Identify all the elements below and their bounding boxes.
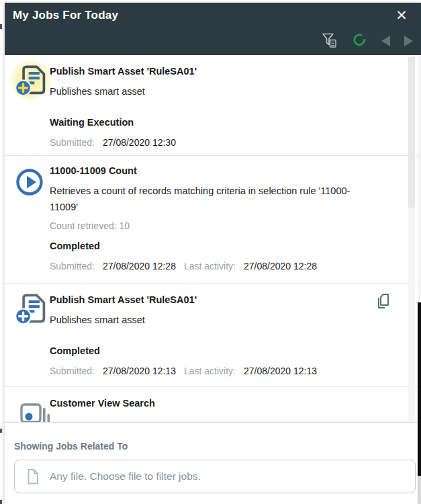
last-activity-label: Last activity: [184, 364, 236, 378]
refresh-jobs-button[interactable] [352, 32, 367, 50]
previous-page-button[interactable] [381, 36, 390, 46]
background-artifact [0, 429, 2, 433]
job-meta: Submitted: 27/08/2020 12:30 [50, 136, 371, 149]
screen-background: My Jobs For Today ✕ [0, 0, 421, 504]
my-jobs-dialog: My Jobs For Today ✕ [5, 3, 421, 504]
job-title: Publish Smart Asset 'RuleSA01' [50, 293, 371, 306]
job-status: Completed [50, 239, 371, 253]
job-item[interactable]: 11000-11009 Count Retrieves a count of r… [5, 156, 418, 284]
scrollbar-track[interactable] [408, 56, 415, 421]
submitted-label: Submitted: [50, 364, 95, 378]
background-artifact [0, 500, 2, 504]
last-activity-value: 27/08/2020 12:13 [244, 364, 317, 378]
copy-icon [375, 292, 391, 310]
close-icon: ✕ [395, 7, 408, 23]
job-status: Waiting Execution [50, 116, 371, 129]
refresh-icon [352, 32, 367, 50]
customer-view-icon [19, 398, 53, 422]
filter-jobs-button[interactable] [321, 32, 338, 51]
scrollbar-thumb[interactable] [408, 57, 415, 208]
copy-job-button[interactable] [375, 292, 391, 310]
job-meta: Submitted: 27/08/2020 12:13 Last activit… [50, 364, 371, 378]
job-title: 11000-11009 Count [50, 164, 371, 177]
showing-jobs-related-to-label: Showing Jobs Related To [14, 440, 408, 452]
job-item[interactable]: Customer View Search [5, 387, 418, 422]
job-meta: Submitted: 27/08/2020 12:28 Last activit… [50, 259, 371, 273]
file-filter-input[interactable]: Any file. Choose file to filter jobs. [14, 460, 416, 493]
submitted-value: 27/08/2020 12:30 [103, 136, 176, 149]
job-status: Completed [50, 344, 371, 358]
job-title: Customer View Search [50, 396, 371, 410]
job-result-detail: Count retrieved: 10 [50, 219, 371, 233]
last-activity-value: 27/08/2020 12:28 [244, 259, 317, 273]
job-icon-slot [14, 292, 49, 329]
close-button[interactable]: ✕ [393, 7, 410, 24]
job-description: Publishes smart asset [50, 312, 371, 328]
job-description: Publishes smart asset [50, 83, 371, 99]
job-icon-slot [19, 398, 53, 422]
job-icon-slot [14, 167, 49, 204]
file-icon [26, 468, 40, 485]
next-page-button[interactable] [404, 36, 413, 46]
submitted-value: 27/08/2020 12:13 [103, 364, 176, 378]
submitted-label: Submitted: [50, 259, 95, 273]
jobs-toolbar [321, 32, 413, 50]
job-title: Publish Smart Asset 'RuleSA01' [50, 65, 371, 78]
submitted-value: 27/08/2020 12:28 [103, 259, 176, 273]
dialog-header: My Jobs For Today ✕ [5, 3, 421, 55]
arrow-right-icon [404, 36, 413, 46]
filter-icon [321, 32, 338, 51]
file-filter-placeholder: Any file. Choose file to filter jobs. [50, 470, 201, 482]
background-artifact [0, 24, 2, 29]
submitted-label: Submitted: [50, 136, 95, 149]
smart-asset-publish-icon [14, 292, 49, 327]
job-description: Retrieves a count of records matching cr… [50, 183, 371, 215]
arrow-left-icon [381, 36, 390, 46]
job-icon-slot [14, 63, 49, 101]
dialog-footer: Showing Jobs Related To Any file. Choose… [5, 422, 418, 504]
last-activity-label: Last activity: [184, 259, 236, 273]
job-item[interactable]: Publish Smart Asset 'RuleSA01' Publishes… [5, 284, 418, 387]
job-list: Publish Smart Asset 'RuleSA01' Publishes… [5, 55, 418, 422]
dialog-title: My Jobs For Today [13, 9, 118, 22]
smart-asset-publish-icon [14, 63, 49, 98]
job-item[interactable]: Publish Smart Asset 'RuleSA01' Publishes… [5, 55, 418, 156]
play-icon [14, 167, 45, 198]
